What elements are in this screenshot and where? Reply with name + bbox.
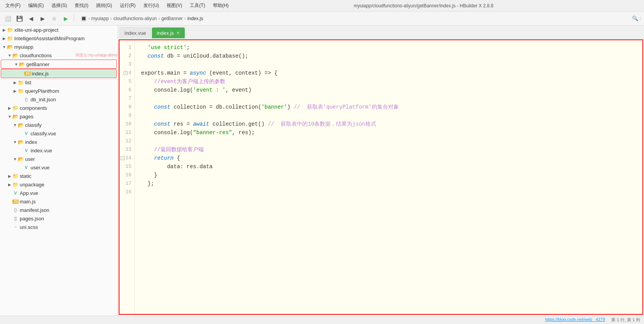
sidebar-item-myuiapp[interactable]: ▼ 📂 myuiapp: [0, 43, 118, 51]
sidebar-item-pages[interactable]: ▼ 📂 pages: [0, 112, 118, 121]
sidebar-item-components[interactable]: ▶ 📁 components: [0, 104, 118, 112]
code-line-11: console.log("banner-res", res);: [141, 128, 636, 137]
sidebar-item-list[interactable]: ▶ 📁 list: [0, 78, 118, 87]
breadcrumb-myuiapp[interactable]: myuiapp: [91, 16, 109, 21]
fold-icon-4[interactable]: -: [124, 71, 128, 75]
main-layout: ▶ 📁 xlite-uni-app-project ▶ 📁 Intelligen…: [0, 26, 644, 315]
sidebar-item-manifest[interactable]: ▶ {} manifest.json: [0, 206, 118, 214]
folder-icon: 📂: [18, 156, 24, 162]
breadcrumb-icon: 🔳: [81, 16, 87, 21]
tab-close-icon[interactable]: ✕: [176, 31, 180, 36]
folder-icon: 📁: [7, 27, 13, 33]
sidebar-item-index-folder[interactable]: ▼ 📂 index: [0, 138, 118, 146]
menu-edit[interactable]: 编辑(E): [27, 2, 45, 10]
sidebar-label: cloudfunctions: [20, 53, 75, 58]
sidebar-item-classify[interactable]: ▼ 📂 classify: [0, 121, 118, 129]
code-line-7: [141, 94, 636, 103]
line-num-12: 12: [119, 137, 135, 145]
sidebar-item-user[interactable]: ▼ 📂 user: [0, 155, 118, 163]
menu-tools[interactable]: 工具(T): [188, 2, 206, 10]
window-title: myuiapp/cloudfunctions-aliyun/getBanner/…: [354, 3, 494, 9]
cloud-folder-icon: 📂: [12, 52, 19, 58]
code-line-15: data: res.data: [141, 162, 636, 171]
menu-view[interactable]: 视图(V): [165, 2, 184, 10]
toolbar-run-btn[interactable]: ▶: [61, 14, 70, 23]
expand-icon: ▶: [12, 80, 18, 85]
sidebar-label: list: [25, 80, 118, 85]
json-file-icon: []: [12, 215, 19, 222]
toolbar: ⬜ 💾 ◀ ▶ ☆ ▶ 🔳 › myuiapp › cloudfunctions…: [0, 12, 644, 26]
menu-file[interactable]: 文件(F): [4, 2, 22, 10]
status-link[interactable]: https://blog.csdn.net/web_ 4279: [545, 317, 605, 323]
menu-select[interactable]: 选择(S): [50, 2, 68, 10]
breadcrumb-indexjs[interactable]: index.js: [187, 16, 203, 21]
breadcrumb-getBanner[interactable]: getBanner: [161, 16, 182, 21]
sidebar-label: IntelligentAssistantMiniProgram: [14, 36, 118, 41]
sidebar-item-main-js[interactable]: ▶ JS main.js: [0, 197, 118, 206]
code-line-6: console.log('event : ', event): [141, 86, 636, 94]
sidebar-item-user-vue[interactable]: ▶ V user.vue: [0, 163, 118, 172]
folder-icon: 📁: [18, 79, 24, 85]
js-file-icon: JS: [24, 70, 31, 77]
folder-icon: 📁: [18, 88, 24, 94]
fold-icon-14[interactable]: -: [121, 156, 124, 160]
sidebar-item-queryPlantfrom[interactable]: ▶ 📁 queryPlantfrom: [0, 87, 118, 95]
toolbar-forward-btn[interactable]: ▶: [38, 14, 47, 23]
sidebar-label: index: [25, 139, 118, 145]
menu-run[interactable]: 运行(R): [118, 2, 137, 10]
sidebar-label: pages.json: [20, 216, 118, 222]
code-line-18: [141, 188, 636, 196]
menu-bar[interactable]: 文件(F) 编辑(E) 选择(S) 查找(I) 跳转(G) 运行(R) 发行(U…: [4, 2, 230, 10]
expand-icon: ▶: [12, 88, 18, 94]
sidebar-item-index-vue[interactable]: ▶ V index.vue: [0, 146, 118, 155]
sidebar-label: uni.scss: [20, 224, 118, 230]
sidebar-label: components: [20, 105, 118, 111]
toolbar-bookmark-btn[interactable]: ☆: [49, 14, 59, 23]
line-num-9: 9: [119, 111, 135, 120]
sidebar-item-static[interactable]: ▶ 📁 static: [0, 172, 118, 180]
breadcrumb-cloudfunctions[interactable]: cloudfunctions-aliyun: [113, 16, 157, 21]
vue-file-icon: V: [12, 190, 19, 196]
expand-icon: ▼: [12, 122, 18, 128]
status-right: https://blog.csdn.net/web_ 4279 第 1 行, 第…: [545, 317, 640, 323]
folder-icon: 📂: [12, 113, 19, 119]
folder-icon: 📁: [12, 181, 19, 188]
sidebar-label: queryPlantfrom: [25, 88, 118, 94]
sidebar-item-intelligent[interactable]: ▶ 📁 IntelligentAssistantMiniProgram: [0, 34, 118, 43]
code-editor[interactable]: 1 2 3 - 4 5 6 7 8 9 10 11 12 13: [119, 39, 643, 315]
toolbar-new-btn[interactable]: ⬜: [3, 14, 12, 23]
sidebar-item-db_init[interactable]: ▶ {} db_init.json: [0, 95, 118, 104]
sidebar-item-xlite[interactable]: ▶ 📁 xlite-uni-app-project: [0, 26, 118, 34]
sidebar-label: index.vue: [31, 148, 118, 153]
tab-index-vue[interactable]: index.vue: [119, 27, 151, 38]
sidebar-item-pages-json[interactable]: ▶ [] pages.json: [0, 214, 118, 223]
folder-icon: 📁: [12, 105, 19, 111]
breadcrumb: 🔳 › myuiapp › cloudfunctions-aliyun › ge…: [81, 16, 203, 21]
sidebar-label: classify: [25, 122, 118, 128]
sidebar-item-getBanner[interactable]: ▼ 📂 getBanner: [1, 60, 117, 69]
toolbar-back-btn[interactable]: ◀: [26, 14, 36, 23]
tabs-bar: index.vue index.js ✕: [118, 26, 644, 39]
sidebar-label: classify.vue: [31, 131, 118, 136]
sidebar-item-unpackage[interactable]: ▶ 📁 unpackage: [0, 180, 118, 189]
menu-goto[interactable]: 跳转(G): [95, 2, 114, 10]
code-lines[interactable]: 'use strict'; const db = uniCloud.databa…: [135, 40, 642, 314]
sidebar-item-app-vue[interactable]: ▶ V App.vue: [0, 189, 118, 197]
code-line-3: [141, 60, 636, 69]
menu-publish[interactable]: 发行(U): [142, 2, 161, 10]
tab-index-js[interactable]: index.js ✕: [152, 27, 185, 38]
toolbar-save-btn[interactable]: 💾: [15, 14, 24, 23]
sidebar-item-cloudfunctions[interactable]: ▼ 📂 cloudfunctions 阿里云:my-uniapp-demo: [0, 51, 118, 60]
expand-icon: ▶: [7, 105, 12, 111]
code-content: 1 2 3 - 4 5 6 7 8 9 10 11 12 13: [119, 40, 642, 314]
line-numbers: 1 2 3 - 4 5 6 7 8 9 10 11 12 13: [119, 40, 135, 314]
sidebar-item-classify-vue[interactable]: ▶ V classify.vue: [0, 129, 118, 138]
menu-find[interactable]: 查找(I): [73, 2, 90, 10]
sidebar-item-uniscss[interactable]: ▶ ~ uni.scss: [0, 223, 118, 231]
code-line-10: const res = await collection.get() // 获取…: [141, 120, 636, 128]
menu-help[interactable]: 帮助(H): [211, 2, 230, 10]
code-line-17: };: [141, 179, 636, 188]
sidebar-item-indexjs[interactable]: ▶ JS index.js: [1, 69, 117, 78]
sidebar-label: xlite-uni-app-project: [14, 27, 118, 33]
line-num-15: 15: [119, 162, 135, 171]
